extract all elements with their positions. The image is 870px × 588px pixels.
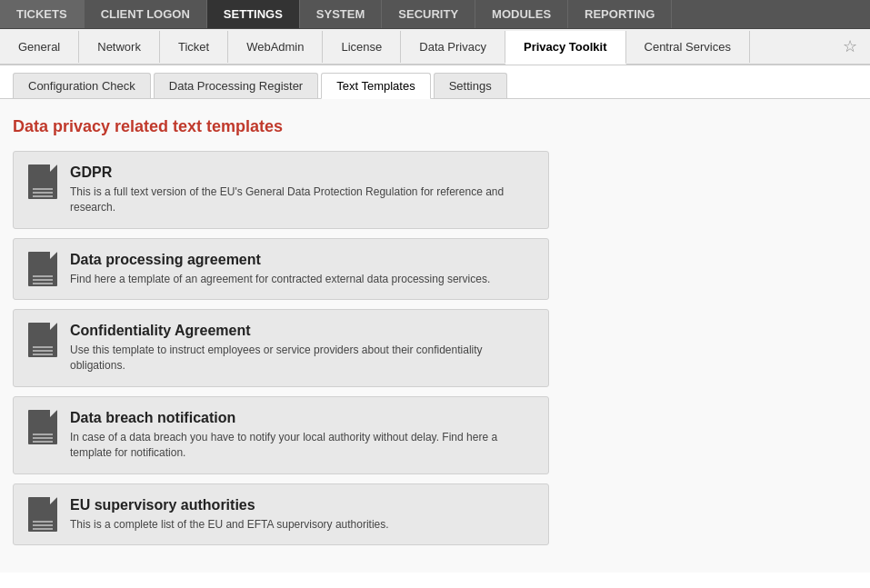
tab-bar: Configuration CheckData Processing Regis… bbox=[0, 65, 870, 99]
template-text: GDPRThis is a full text version of the E… bbox=[70, 164, 534, 215]
template-title: EU supervisory authorities bbox=[70, 497, 534, 513]
template-text: Confidentiality AgreementUse this templa… bbox=[70, 323, 534, 374]
template-description: This is a complete list of the EU and EF… bbox=[70, 517, 534, 533]
top-nav-item-settings[interactable]: SETTINGS bbox=[207, 0, 300, 28]
document-icon bbox=[28, 252, 57, 286]
template-title: Data breach notification bbox=[70, 410, 534, 426]
top-nav-item-modules[interactable]: MODULES bbox=[475, 0, 568, 28]
template-card-4[interactable]: EU supervisory authoritiesThis is a comp… bbox=[13, 483, 549, 546]
template-description: Use this template to instruct employees … bbox=[70, 343, 534, 374]
document-icon bbox=[28, 164, 57, 199]
second-nav-item-license[interactable]: License bbox=[323, 31, 401, 63]
document-icon bbox=[28, 497, 57, 532]
template-text: Data processing agreementFind here a tem… bbox=[70, 252, 534, 287]
top-nav-item-security[interactable]: SECURITY bbox=[382, 0, 475, 28]
favorite-star-button[interactable]: ☆ bbox=[830, 29, 870, 64]
top-nav-item-reporting[interactable]: REPORTING bbox=[568, 0, 672, 28]
template-title: Data processing agreement bbox=[70, 252, 534, 268]
template-card-2[interactable]: Confidentiality AgreementUse this templa… bbox=[13, 309, 549, 387]
document-icon bbox=[28, 323, 57, 357]
template-card-3[interactable]: Data breach notificationIn case of a dat… bbox=[13, 396, 549, 474]
template-description: This is a full text version of the EU's … bbox=[70, 184, 534, 215]
tab-data-processing-register[interactable]: Data Processing Register bbox=[154, 73, 318, 98]
template-text: Data breach notificationIn case of a dat… bbox=[70, 410, 534, 461]
document-icon bbox=[28, 410, 57, 444]
second-nav-item-general[interactable]: General bbox=[0, 31, 79, 63]
second-nav-item-webadmin[interactable]: WebAdmin bbox=[228, 31, 323, 63]
second-nav-item-central-services[interactable]: Central Services bbox=[626, 31, 750, 63]
template-list: GDPRThis is a full text version of the E… bbox=[13, 151, 857, 545]
template-text: EU supervisory authoritiesThis is a comp… bbox=[70, 497, 534, 533]
top-nav: TICKETSCLIENT LOGONSETTINGSSYSTEMSECURIT… bbox=[0, 0, 870, 29]
template-card-1[interactable]: Data processing agreementFind here a tem… bbox=[13, 238, 549, 301]
section-title: Data privacy related text templates bbox=[13, 117, 857, 136]
tab-text-templates[interactable]: Text Templates bbox=[321, 73, 430, 99]
top-nav-item-system[interactable]: SYSTEM bbox=[300, 0, 382, 28]
second-nav-item-data-privacy[interactable]: Data Privacy bbox=[401, 31, 505, 63]
main-content: Data privacy related text templates GDPR… bbox=[0, 99, 870, 573]
template-description: Find here a template of an agreement for… bbox=[70, 272, 534, 287]
top-nav-item-client-logon[interactable]: CLIENT LOGON bbox=[85, 0, 207, 28]
tab-configuration-check[interactable]: Configuration Check bbox=[13, 73, 151, 98]
template-title: GDPR bbox=[70, 164, 534, 181]
second-nav-item-ticket[interactable]: Ticket bbox=[160, 31, 228, 63]
template-card-0[interactable]: GDPRThis is a full text version of the E… bbox=[13, 151, 549, 229]
top-nav-item-tickets[interactable]: TICKETS bbox=[0, 0, 85, 28]
template-title: Confidentiality Agreement bbox=[70, 323, 534, 339]
second-nav-item-privacy-toolkit[interactable]: Privacy Toolkit bbox=[505, 31, 626, 65]
template-description: In case of a data breach you have to not… bbox=[70, 430, 534, 461]
tab-settings[interactable]: Settings bbox=[434, 73, 507, 98]
second-nav-item-network[interactable]: Network bbox=[79, 31, 160, 63]
second-nav: GeneralNetworkTicketWebAdminLicenseData … bbox=[0, 29, 870, 65]
